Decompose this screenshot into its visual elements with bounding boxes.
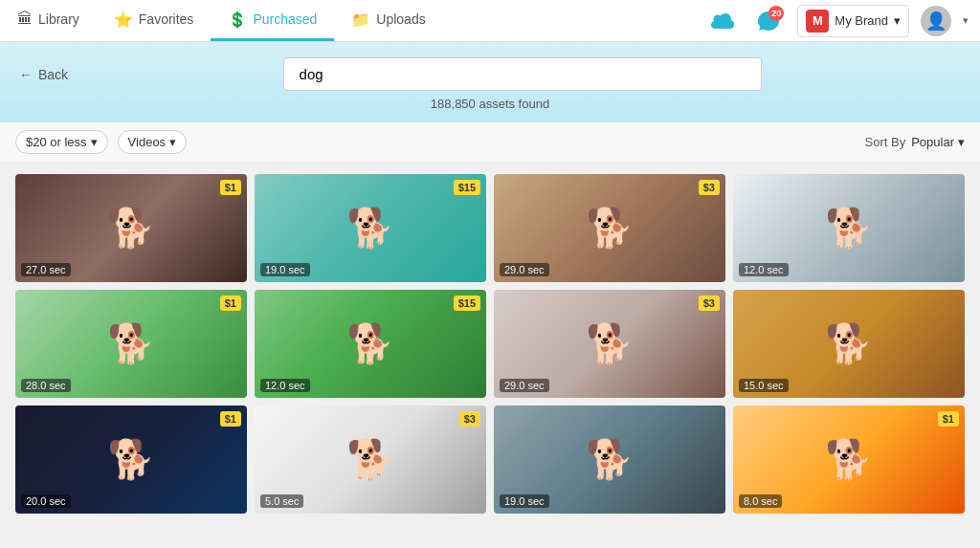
sort-area: Sort By Popular ▾	[865, 135, 965, 149]
duration-label: 15.0 sec	[739, 379, 789, 392]
duration-label: 19.0 sec	[500, 494, 549, 508]
price-badge: $1	[220, 180, 241, 195]
price-badge: $15	[454, 180, 480, 195]
price-badge: $1	[220, 296, 241, 311]
search-area: ← Back 188,850 assets found	[0, 42, 980, 122]
video-grid: 🐕$127.0 sec🐕$1519.0 sec🐕$329.0 sec🐕12.0 …	[15, 174, 965, 514]
chat-button[interactable]: 20	[751, 4, 786, 38]
tab-favorites-label: Favorites	[139, 11, 194, 27]
price-filter-chevron-icon: ▾	[91, 135, 98, 149]
price-badge: $15	[454, 296, 480, 311]
library-icon: 🏛	[17, 11, 33, 28]
price-badge: $1	[220, 411, 241, 427]
main-header: 🏛 Library ⭐ Favorites 💲 Purchased 📁 Uplo…	[0, 0, 980, 42]
price-filter-label: $20 or less	[26, 135, 87, 149]
tab-favorites[interactable]: ⭐ Favorites	[97, 0, 212, 41]
video-card[interactable]: 🐕12.0 sec	[733, 174, 965, 282]
tab-uploads-label: Uploads	[376, 11, 425, 27]
search-input[interactable]	[283, 57, 762, 91]
video-card[interactable]: 🐕$1519.0 sec	[255, 174, 486, 282]
duration-label: 29.0 sec	[500, 379, 549, 392]
price-filter-button[interactable]: $20 or less ▾	[15, 130, 108, 154]
tab-library[interactable]: 🏛 Library	[0, 0, 97, 41]
video-card[interactable]: 🐕$18.0 sec	[733, 406, 965, 514]
video-card[interactable]: 🐕$127.0 sec	[15, 174, 247, 282]
video-grid-area: 🐕$127.0 sec🐕$1519.0 sec🐕$329.0 sec🐕12.0 …	[0, 163, 980, 548]
brand-chevron-icon: ▾	[894, 13, 901, 28]
sort-value-button[interactable]: Popular ▾	[911, 135, 965, 149]
uploads-icon: 📁	[351, 11, 370, 29]
video-card[interactable]: 🐕$329.0 sec	[494, 290, 725, 398]
video-card[interactable]: 🐕15.0 sec	[733, 290, 965, 398]
search-input-wrap	[283, 57, 762, 91]
duration-label: 27.0 sec	[21, 263, 71, 276]
video-card[interactable]: 🐕$1512.0 sec	[255, 290, 486, 398]
sort-by-label: Sort By	[865, 135, 906, 149]
duration-label: 12.0 sec	[739, 263, 789, 276]
duration-label: 20.0 sec	[21, 494, 71, 508]
cloud-button[interactable]	[705, 4, 740, 38]
sort-value-label: Popular	[911, 135, 954, 149]
video-card[interactable]: 🐕19.0 sec	[494, 406, 725, 514]
tab-uploads[interactable]: 📁 Uploads	[334, 0, 442, 41]
back-label: Back	[38, 67, 68, 82]
duration-label: 29.0 sec	[500, 263, 549, 276]
video-card[interactable]: 🐕$128.0 sec	[15, 290, 247, 398]
sort-chevron-icon: ▾	[958, 135, 965, 149]
type-filter-button[interactable]: Videos ▾	[118, 130, 188, 154]
nav-tabs: 🏛 Library ⭐ Favorites 💲 Purchased 📁 Uplo…	[0, 0, 443, 41]
brand-name: My Brand	[835, 13, 888, 28]
video-card[interactable]: 🐕$35.0 sec	[255, 406, 486, 514]
header-right: 20 M My Brand ▾ 👤 ▾	[705, 4, 980, 38]
back-arrow-icon: ←	[19, 67, 33, 82]
price-badge: $3	[699, 180, 720, 195]
brand-selector[interactable]: M My Brand ▾	[797, 5, 909, 37]
duration-label: 19.0 sec	[260, 263, 310, 276]
price-badge: $1	[938, 411, 959, 427]
duration-label: 8.0 sec	[739, 494, 782, 508]
search-row: ← Back	[19, 57, 961, 91]
price-badge: $3	[699, 296, 720, 311]
tab-purchased[interactable]: 💲 Purchased	[211, 0, 334, 41]
chat-badge: 20	[768, 6, 784, 21]
filters-row: $20 or less ▾ Videos ▾ Sort By Popular ▾	[0, 122, 980, 163]
purchased-icon: 💲	[228, 11, 247, 29]
type-filter-label: Videos	[128, 135, 167, 149]
avatar-chevron-icon[interactable]: ▾	[963, 14, 969, 27]
back-button[interactable]: ← Back	[19, 67, 68, 82]
video-card[interactable]: 🐕$120.0 sec	[15, 406, 247, 514]
duration-label: 5.0 sec	[260, 494, 303, 508]
tab-purchased-label: Purchased	[253, 11, 317, 27]
avatar[interactable]: 👤	[921, 6, 951, 36]
favorites-icon: ⭐	[114, 11, 133, 29]
search-results-count: 188,850 assets found	[19, 97, 961, 111]
tab-library-label: Library	[38, 11, 79, 27]
price-badge: $3	[459, 411, 480, 427]
type-filter-chevron-icon: ▾	[169, 135, 176, 149]
duration-label: 12.0 sec	[260, 379, 310, 392]
video-card[interactable]: 🐕$329.0 sec	[494, 174, 725, 282]
duration-label: 28.0 sec	[21, 379, 71, 392]
brand-initial: M	[806, 10, 829, 33]
